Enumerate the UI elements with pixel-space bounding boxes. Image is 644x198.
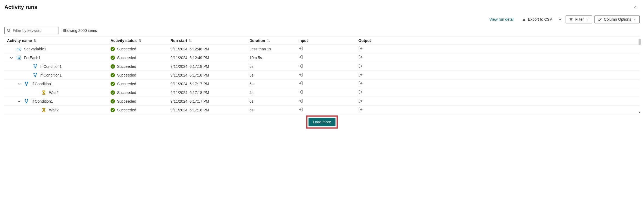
status-text: Succeeded <box>117 73 136 77</box>
table-row[interactable]: Wait2Succeeded9/11/2024, 6:17:18 PM5s <box>4 106 640 114</box>
scrollbar-down-arrow[interactable] <box>638 111 641 114</box>
svg-point-0 <box>7 29 10 32</box>
input-link[interactable] <box>298 107 303 112</box>
success-icon <box>111 108 115 112</box>
toolbar: View run detail Export to CSV Filter Col… <box>4 15 640 23</box>
activity-name: Set variable1 <box>24 47 46 51</box>
output-link[interactable] <box>358 99 363 103</box>
svg-rect-7 <box>33 64 35 65</box>
svg-rect-8 <box>36 64 37 65</box>
table-row[interactable]: If Condition1Succeeded9/11/2024, 6:17:17… <box>4 80 640 88</box>
output-link[interactable] <box>358 90 363 94</box>
col-label: Run start <box>170 38 187 43</box>
svg-rect-3 <box>18 57 19 57</box>
svg-rect-12 <box>35 76 36 77</box>
download-icon <box>522 17 526 21</box>
duration-cell: Less than 1s <box>249 47 298 51</box>
grid: Activity name Activity status Run start … <box>4 36 640 114</box>
chevron-down-icon <box>633 18 636 21</box>
table-row[interactable]: Wait2Succeeded9/11/2024, 6:17:18 PM4s <box>4 88 640 97</box>
view-run-detail-link[interactable]: View run detail <box>487 16 517 23</box>
input-link[interactable] <box>298 64 303 68</box>
svg-rect-15 <box>26 85 27 86</box>
status-cell: Succeeded <box>111 90 170 95</box>
status-text: Succeeded <box>117 56 136 60</box>
output-link[interactable] <box>358 46 363 51</box>
filter-search-box[interactable] <box>4 27 59 34</box>
status-text: Succeeded <box>117 90 136 95</box>
column-options-label: Column Options <box>604 17 631 22</box>
success-icon <box>111 64 115 69</box>
header: Activity runs <box>4 3 640 11</box>
output-link[interactable] <box>358 55 363 59</box>
activity-name: If Condition1 <box>40 73 62 77</box>
svg-rect-4 <box>19 57 20 57</box>
col-label: Input <box>298 38 308 43</box>
col-output[interactable]: Output <box>358 38 413 43</box>
output-link[interactable] <box>358 107 363 112</box>
expand-toggle[interactable] <box>17 82 21 86</box>
success-icon <box>111 73 115 77</box>
run-start-cell: 9/11/2024, 6:17:18 PM <box>170 64 249 69</box>
svg-rect-18 <box>26 102 27 103</box>
svg-rect-16 <box>25 99 26 100</box>
ifcond-icon <box>24 81 29 86</box>
table-row[interactable]: If Condition1Succeeded9/11/2024, 6:17:17… <box>4 97 640 106</box>
duration-cell: 6s <box>249 99 298 103</box>
scrollbar-thumb[interactable] <box>639 39 641 45</box>
table-row[interactable]: ForEach1Succeeded9/11/2024, 6:12:49 PM10… <box>4 53 640 62</box>
status-text: Succeeded <box>117 108 136 112</box>
filter-label: Filter <box>575 17 584 22</box>
expand-toggle[interactable] <box>17 99 21 103</box>
output-link[interactable] <box>358 72 363 77</box>
export-csv-label: Export to CSV <box>528 17 552 22</box>
activity-name: ForEach1 <box>24 56 41 60</box>
output-link[interactable] <box>358 64 363 68</box>
col-duration[interactable]: Duration <box>249 38 298 43</box>
activity-name: If Condition1 <box>32 82 53 86</box>
chevron-down-icon <box>586 18 589 21</box>
collapse-panel-button[interactable] <box>632 3 640 11</box>
input-link[interactable] <box>298 55 303 59</box>
search-icon <box>7 29 11 32</box>
highlight-box: Load more <box>306 115 338 129</box>
column-options-button[interactable]: Column Options <box>594 15 640 23</box>
svg-rect-14 <box>27 82 28 83</box>
run-start-cell: 9/11/2024, 6:17:18 PM <box>170 73 249 77</box>
duration-cell: 5s <box>249 108 298 112</box>
activity-name: Wait2 <box>49 108 59 112</box>
activity-name: If Condition1 <box>40 64 62 69</box>
activity-cell: If Condition1 <box>7 81 111 86</box>
duration-cell: 5s <box>249 64 298 69</box>
load-more-button[interactable]: Load more <box>309 118 335 126</box>
status-text: Succeeded <box>117 47 136 51</box>
export-dropdown[interactable] <box>557 16 563 23</box>
table-row[interactable]: If Condition1Succeeded9/11/2024, 6:17:18… <box>4 71 640 80</box>
svg-rect-6 <box>19 58 20 59</box>
input-link[interactable] <box>298 90 303 94</box>
col-activity-name[interactable]: Activity name <box>7 38 111 43</box>
output-link[interactable] <box>358 81 363 86</box>
status-cell: Succeeded <box>111 82 170 86</box>
svg-rect-11 <box>36 73 37 74</box>
grid-header: Activity name Activity status Run start … <box>4 36 640 45</box>
filter-button[interactable]: Filter <box>566 15 592 23</box>
variable-icon: (𝑥) <box>16 47 21 51</box>
col-activity-status[interactable]: Activity status <box>111 38 170 43</box>
svg-rect-17 <box>27 99 28 100</box>
ifcond-icon <box>24 99 29 104</box>
success-icon <box>111 82 115 86</box>
expand-toggle[interactable] <box>9 56 14 60</box>
export-csv-button[interactable]: Export to CSV <box>519 16 555 23</box>
col-run-start[interactable]: Run start <box>170 38 249 43</box>
input-link[interactable] <box>298 99 303 103</box>
table-row[interactable]: If Condition1Succeeded9/11/2024, 6:17:18… <box>4 62 640 71</box>
input-link[interactable] <box>298 72 303 77</box>
filter-input[interactable] <box>12 28 61 33</box>
table-row[interactable]: (𝑥)Set variable1Succeeded9/11/2024, 6:12… <box>4 45 640 53</box>
input-link[interactable] <box>298 81 303 86</box>
activity-name: If Condition1 <box>32 99 53 103</box>
col-input[interactable]: Input <box>298 38 358 43</box>
status-cell: Succeeded <box>111 47 170 51</box>
input-link[interactable] <box>298 46 303 51</box>
